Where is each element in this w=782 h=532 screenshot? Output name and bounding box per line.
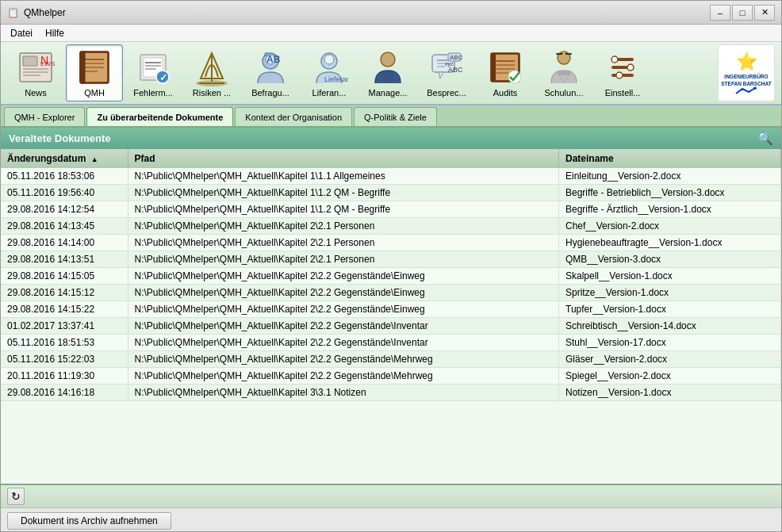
news-icon: N EWS xyxy=(17,48,55,86)
besprec-label: Besprec... xyxy=(427,88,466,98)
toolbar-risiken[interactable]: Risiken ... xyxy=(183,44,240,101)
archive-button[interactable]: Dokument ins Archiv aufnehmen xyxy=(7,512,171,530)
tab-explorer[interactable]: QMH - Explorer xyxy=(4,107,85,126)
toolbar-fehlerm[interactable]: ✓ Fehlerm... xyxy=(125,44,182,101)
einstell-label: Einstell... xyxy=(605,88,641,98)
col-pfad[interactable]: Pfad xyxy=(128,149,559,168)
tab-kontext[interactable]: Kontext der Organisation xyxy=(235,107,352,126)
tab-zu-ueberarbeitende[interactable]: Zu überarbeitende Dokumente xyxy=(86,107,233,126)
table-row[interactable]: 05.11.2016 15:22:03N:\Public\QMhelper\QM… xyxy=(1,351,781,368)
svg-point-57 xyxy=(611,56,618,63)
svg-rect-13 xyxy=(80,52,85,83)
toolbar-audits[interactable]: Audits xyxy=(477,44,534,101)
svg-text:ABC: ABC xyxy=(448,66,463,74)
svg-point-31 xyxy=(381,52,395,67)
cell-dateiname: Begriffe - Ärztlich__Version-1.docx xyxy=(559,201,781,218)
svg-text:C: C xyxy=(264,51,269,58)
cell-datum: 05.11.2016 18:51:53 xyxy=(1,335,128,351)
fehlerm-label: Fehlerm... xyxy=(133,88,173,98)
besprec-icon: ABC xyz ABC xyxy=(427,48,466,86)
table-row[interactable]: 29.08.2016 14:15:22N:\Public\QMhelper\QM… xyxy=(1,301,781,318)
cell-datum: 20.11.2016 11:19:30 xyxy=(1,368,128,385)
tab-q-politik[interactable]: Q-Politik & Ziele xyxy=(354,107,437,126)
cell-pfad: N:\Public\QMhelper\QMH_Aktuell\Kapitel 2… xyxy=(128,235,559,251)
table-row[interactable]: 29.08.2016 14:14:00N:\Public\QMhelper\QM… xyxy=(1,235,781,251)
cell-datum: 05.11.2016 18:53:06 xyxy=(1,168,128,185)
menubar: Datei Hilfe xyxy=(1,25,781,42)
svg-rect-48 xyxy=(491,53,496,82)
tabbar: QMH - Explorer Zu überarbeitende Dokumen… xyxy=(1,105,781,128)
company-logo: ⭐ INGENIEURBÜRO STEFAN BARSCHAT xyxy=(718,44,775,101)
cell-pfad: N:\Public\QMhelper\QMH_Aktuell\Kapitel 1… xyxy=(128,201,559,218)
cell-datum: 05.11.2016 15:22:03 xyxy=(1,351,128,368)
table-row[interactable]: 29.08.2016 14:15:12N:\Public\QMhelper\QM… xyxy=(1,285,781,301)
toolbar-manage[interactable]: Manage... xyxy=(359,44,416,101)
cell-pfad: N:\Public\QMhelper\QMH_Aktuell\Kapitel 1… xyxy=(128,185,559,201)
titlebar-left: 📋 QMhelper xyxy=(7,7,66,18)
cell-pfad: N:\Public\QMhelper\QMH_Aktuell\Kapitel 2… xyxy=(128,301,559,318)
table-body: 05.11.2016 18:53:06N:\Public\QMhelper\QM… xyxy=(1,168,781,401)
svg-point-29 xyxy=(324,55,334,64)
cell-datum: 29.08.2016 14:16:18 xyxy=(1,385,128,401)
documents-table: Änderungsdatum ▲ Pfad Dateiname 05.11.20… xyxy=(1,149,781,401)
risiken-label: Risiken ... xyxy=(193,88,231,98)
table-row[interactable]: 05.11.2016 19:56:40N:\Public\QMhelper\QM… xyxy=(1,185,781,201)
table-wrapper[interactable]: Änderungsdatum ▲ Pfad Dateiname 05.11.20… xyxy=(1,149,781,484)
company-line1: INGENIEURBÜRO xyxy=(724,73,768,80)
table-header-row: Änderungsdatum ▲ Pfad Dateiname xyxy=(1,149,781,168)
cell-datum: 29.08.2016 14:12:54 xyxy=(1,201,128,218)
search-icon[interactable]: 🔍 xyxy=(757,131,773,146)
cell-datum: 29.08.2016 14:13:51 xyxy=(1,251,128,268)
toolbar-einstell[interactable]: Einstell... xyxy=(594,44,651,101)
cell-dateiname: Spritze__Version-1.docx xyxy=(559,285,781,301)
svg-text:EWS: EWS xyxy=(40,60,55,67)
table-row[interactable]: 29.08.2016 14:12:54N:\Public\QMhelper\QM… xyxy=(1,201,781,218)
toolbar-besprec[interactable]: ABC xyz ABC Besprec... xyxy=(418,44,475,101)
close-button[interactable]: ✕ xyxy=(754,5,775,21)
col-datum[interactable]: Änderungsdatum ▲ xyxy=(1,149,128,168)
toolbar-news[interactable]: N EWS News xyxy=(7,44,64,101)
cell-pfad: N:\Public\QMhelper\QMH_Aktuell\Kapitel 2… xyxy=(128,268,559,285)
cell-pfad: N:\Public\QMhelper\QMH_Aktuell\Kapitel 2… xyxy=(128,335,559,351)
svg-rect-51 xyxy=(558,71,570,75)
cell-pfad: N:\Public\QMhelper\QMH_Aktuell\Kapitel 3… xyxy=(128,385,559,401)
sort-arrow-datum: ▲ xyxy=(91,155,98,163)
cell-datum: 29.08.2016 14:15:22 xyxy=(1,301,128,318)
cell-pfad: N:\Public\QMhelper\QMH_Aktuell\Kapitel 1… xyxy=(128,168,559,185)
refresh-button[interactable]: ↻ xyxy=(7,488,25,505)
cell-dateiname: Skalpell__Version-1.docx xyxy=(559,268,781,285)
svg-point-58 xyxy=(627,64,634,71)
svg-text:xyz: xyz xyxy=(445,61,454,67)
table-row[interactable]: 01.02.2017 13:37:41N:\Public\QMhelper\QM… xyxy=(1,318,781,335)
cell-datum: 05.11.2016 19:56:40 xyxy=(1,185,128,201)
cell-pfad: N:\Public\QMhelper\QMH_Aktuell\Kapitel 2… xyxy=(128,251,559,268)
toolbar-liferan[interactable]: Lieferant Liferan... xyxy=(301,44,358,101)
table-row[interactable]: 29.08.2016 14:13:51N:\Public\QMhelper\QM… xyxy=(1,251,781,268)
cell-datum: 29.08.2016 14:15:12 xyxy=(1,285,128,301)
manage-icon xyxy=(369,48,407,86)
table-row[interactable]: 05.11.2016 18:51:53N:\Public\QMhelper\QM… xyxy=(1,335,781,351)
cell-dateiname: Schreibtisch__Version-14.docx xyxy=(559,318,781,335)
table-row[interactable]: 05.11.2016 18:53:06N:\Public\QMhelper\QM… xyxy=(1,168,781,185)
toolbar-schulun[interactable]: Schulun... xyxy=(535,44,592,101)
col-dateiname[interactable]: Dateiname xyxy=(559,149,781,168)
menu-hilfe[interactable]: Hilfe xyxy=(39,26,71,40)
table-row[interactable]: 29.08.2016 14:15:05N:\Public\QMhelper\QM… xyxy=(1,268,781,285)
svg-text:✓: ✓ xyxy=(159,72,167,83)
table-row[interactable]: 20.11.2016 11:19:30N:\Public\QMhelper\QM… xyxy=(1,368,781,385)
svg-marker-37 xyxy=(439,72,443,78)
svg-text:Lieferant: Lieferant xyxy=(324,75,348,83)
cell-dateiname: Einleitung__Version-2.docx xyxy=(559,168,781,185)
minimize-button[interactable]: – xyxy=(710,5,730,21)
menu-datei[interactable]: Datei xyxy=(4,26,39,40)
company-line2: STEFAN BARSCHAT xyxy=(721,80,771,87)
table-row[interactable]: 29.08.2016 14:16:18N:\Public\QMhelper\QM… xyxy=(1,385,781,401)
einstell-icon xyxy=(604,48,642,86)
qmh-label: QMH xyxy=(84,88,105,98)
toolbar-qmh[interactable]: QMH xyxy=(66,44,123,101)
cell-datum: 29.08.2016 14:15:05 xyxy=(1,268,128,285)
toolbar-befragu[interactable]: AB C Befragu... xyxy=(242,44,299,101)
befragu-label: Befragu... xyxy=(251,88,289,98)
table-row[interactable]: 29.08.2016 14:13:45N:\Public\QMhelper\QM… xyxy=(1,218,781,235)
maximize-button[interactable]: □ xyxy=(732,5,753,21)
